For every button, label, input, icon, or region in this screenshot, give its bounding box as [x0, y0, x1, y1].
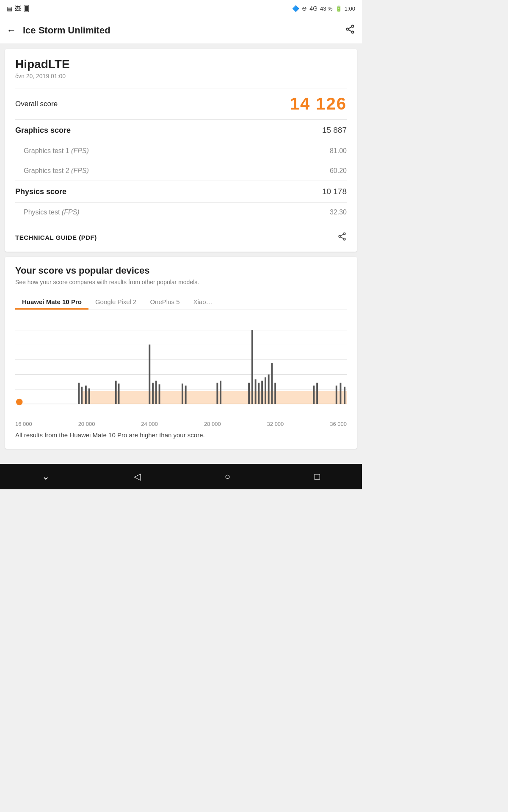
bottom-nav: ⌄ ◁ ○ □	[0, 464, 362, 489]
signal-icon: 4G	[309, 5, 318, 12]
svg-rect-30	[220, 381, 221, 404]
comparison-chart	[15, 318, 347, 416]
svg-rect-40	[313, 386, 315, 404]
svg-rect-21	[115, 381, 117, 404]
svg-rect-32	[251, 330, 253, 404]
x-label-4: 32 000	[267, 421, 284, 427]
x-label-2: 24 000	[141, 421, 158, 427]
svg-line-9	[341, 237, 344, 239]
physics-score-row: Physics score 10 178	[15, 181, 347, 202]
app-bar: ← Ice Storm Unlimited	[0, 17, 362, 44]
svg-rect-28	[185, 386, 187, 404]
notification-icon-1: ▤	[7, 5, 12, 12]
svg-rect-25	[155, 381, 157, 404]
tech-guide-row[interactable]: TECHNICAL GUIDE (PDF)	[15, 224, 347, 243]
svg-rect-27	[182, 384, 183, 404]
svg-rect-34	[258, 383, 260, 404]
x-axis-labels: 16 000 20 000 24 000 28 000 32 000 36 00…	[15, 419, 347, 427]
device-name: HipadLTE	[15, 58, 347, 71]
device-tabs: Huawei Mate 10 Pro Google Pixel 2 OnePlu…	[15, 294, 347, 310]
svg-rect-26	[159, 384, 160, 404]
tab-xiao[interactable]: Xiao…	[187, 294, 219, 310]
svg-line-3	[348, 27, 351, 28]
svg-rect-39	[274, 383, 276, 404]
tech-guide-share-icon[interactable]	[337, 232, 347, 243]
physics-test-row: Physics test (FPS) 32.30	[15, 202, 347, 222]
svg-rect-23	[149, 345, 150, 404]
bluetooth-icon: 🔷	[292, 5, 299, 12]
share-button[interactable]	[345, 24, 355, 36]
battery-percent: 43 %	[320, 5, 333, 12]
svg-rect-18	[81, 387, 83, 404]
app-bar-title: Ice Storm Unlimited	[23, 25, 345, 36]
graphics-test2-label: Graphics test 2 (FPS)	[15, 167, 89, 175]
graphics-score-value: 15 887	[322, 126, 347, 135]
nav-home-button[interactable]: ○	[225, 471, 230, 482]
x-label-1: 20 000	[78, 421, 95, 427]
svg-rect-29	[216, 383, 218, 404]
graphics-test2-row: Graphics test 2 (FPS) 60.20	[15, 161, 347, 181]
bottom-spacer	[0, 454, 362, 455]
svg-rect-24	[152, 383, 154, 404]
svg-line-4	[348, 30, 351, 31]
tab-pixel[interactable]: Google Pixel 2	[88, 294, 144, 310]
overall-score-label: Overall score	[15, 100, 58, 108]
nav-down-button[interactable]: ⌄	[42, 471, 50, 482]
comparison-title: Your score vs popular devices	[15, 265, 347, 276]
svg-rect-43	[340, 383, 342, 404]
svg-rect-19	[85, 386, 87, 404]
chart-range-band	[81, 391, 347, 404]
tech-guide-label: TECHNICAL GUIDE (PDF)	[15, 234, 97, 241]
svg-rect-38	[271, 363, 273, 404]
notification-icon-2: 🖼	[15, 5, 21, 12]
svg-rect-31	[248, 383, 250, 404]
result-text: All results from the Huawei Mate 10 Pro …	[15, 431, 347, 439]
overall-score-row: Overall score 14 126	[15, 88, 347, 119]
svg-rect-20	[88, 388, 90, 404]
physics-test-label: Physics test (FPS)	[15, 208, 80, 216]
svg-rect-44	[344, 387, 345, 404]
time-display: 1:00	[345, 5, 355, 12]
battery-icon: 🔋	[335, 5, 342, 12]
svg-rect-35	[261, 381, 263, 404]
svg-rect-22	[118, 384, 120, 404]
x-label-3: 28 000	[204, 421, 221, 427]
current-score-dot	[16, 399, 23, 406]
svg-rect-36	[265, 377, 266, 404]
chart-svg	[15, 318, 347, 416]
svg-rect-42	[336, 386, 337, 404]
status-bar-left: ▤ 🖼 🂠	[7, 5, 29, 12]
svg-rect-41	[316, 383, 318, 404]
device-date: čvn 20, 2019 01:00	[15, 73, 347, 80]
overall-score-value: 14 126	[290, 94, 347, 113]
nav-recents-button[interactable]: □	[315, 471, 320, 482]
x-label-5: 36 000	[330, 421, 347, 427]
graphics-score-label: Graphics score	[15, 126, 71, 135]
comparison-card: Your score vs popular devices See how yo…	[5, 257, 357, 449]
svg-rect-37	[268, 374, 270, 404]
tab-oneplus[interactable]: OnePlus 5	[143, 294, 186, 310]
x-label-0: 16 000	[15, 421, 32, 427]
donotdisturb-icon: ⊖	[302, 5, 307, 12]
score-card: HipadLTE čvn 20, 2019 01:00 Overall scor…	[5, 49, 357, 252]
graphics-score-row: Graphics score 15 887	[15, 119, 347, 141]
physics-score-value: 10 178	[322, 187, 347, 196]
graphics-test1-row: Graphics test 1 (FPS) 81.00	[15, 141, 347, 161]
physics-score-label: Physics score	[15, 187, 66, 196]
notification-icon-3: 🂠	[23, 5, 29, 12]
status-bar: ▤ 🖼 🂠 🔷 ⊖ 4G 43 % 🔋 1:00	[0, 0, 362, 17]
graphics-test1-label: Graphics test 1 (FPS)	[15, 147, 89, 155]
svg-rect-33	[255, 379, 257, 404]
nav-back-button[interactable]: ◁	[134, 471, 141, 482]
back-button[interactable]: ←	[7, 25, 16, 36]
physics-test-value: 32.30	[330, 208, 347, 216]
svg-rect-17	[78, 383, 80, 404]
graphics-test1-value: 81.00	[330, 147, 347, 155]
graphics-test2-value: 60.20	[330, 167, 347, 175]
tab-huawei[interactable]: Huawei Mate 10 Pro	[15, 294, 88, 310]
comparison-subtitle: See how your score compares with results…	[15, 279, 347, 285]
svg-line-8	[341, 234, 344, 236]
